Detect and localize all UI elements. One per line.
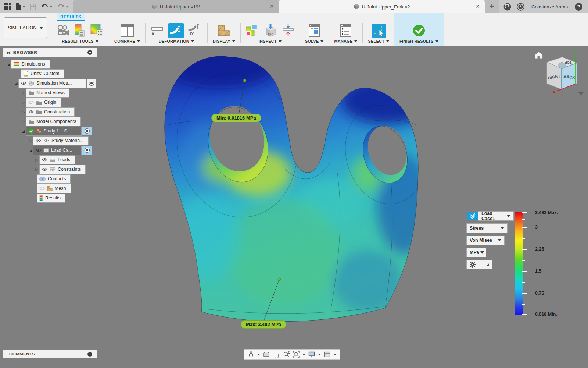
display-mesh-icon[interactable] [217,24,231,37]
tree-item-named-views[interactable]: Named Views [26,89,69,97]
visibility-off-eye-icon[interactable] [39,187,45,190]
group-label-compare[interactable]: COMPARE [114,39,140,43]
collapsed-arrow-icon[interactable]: ▷ [21,119,26,124]
min-stress-annotation[interactable]: Min: 0.01816 MPa [211,114,261,122]
zoom-icon[interactable] [283,351,290,358]
collapsed-arrow-icon[interactable]: ▷ [21,100,26,105]
compare-icon[interactable] [120,24,134,37]
tree-item-model-components[interactable]: Model Components [26,117,80,126]
look-at-icon[interactable] [263,351,270,358]
tree-item-construction[interactable]: Construction [26,108,74,116]
panel-grip[interactable] [94,50,95,55]
tab-close-icon[interactable]: ✕ [270,3,274,9]
tree-item-simulations[interactable]: Simulations [11,60,50,68]
display-settings-icon[interactable] [308,351,315,358]
activate-radio-selected[interactable] [82,146,92,155]
inspect-result-display-icon[interactable] [246,24,259,37]
user-name[interactable]: Constanze Arens [530,4,569,10]
notification-clock-icon[interactable] [517,3,524,11]
app-grid-icon[interactable] [4,3,11,10]
file-menu-button[interactable] [15,3,25,10]
contour-settings-icon[interactable] [90,24,104,37]
group-label-inspect[interactable]: INSPECT [259,39,282,43]
collapsed-arrow-icon[interactable]: ▷ [21,91,26,95]
expand-arrow-icon[interactable]: ◢ [6,62,11,66]
result-type-dropdown[interactable]: Stress [467,224,507,233]
legend-settings-button[interactable]: ◢ [467,260,492,269]
view-cube-body[interactable]: TOP RIGHT BACK [547,57,577,89]
tab-close-icon[interactable]: ✕ [476,3,480,9]
save-icon[interactable] [30,4,36,10]
panel-grip[interactable] [94,352,95,357]
tab-results[interactable]: RESULTS [57,13,85,21]
grid-menu-caret[interactable] [333,354,336,355]
group-label-deformation[interactable]: DEFORMATION [159,39,194,43]
orbit-menu-caret[interactable] [257,354,260,355]
fit-menu-caret[interactable] [302,354,305,355]
inspect-probe-icon[interactable]: xyz [263,24,277,38]
select-icon[interactable] [371,23,386,38]
tree-item-study1[interactable]: Study 1 – S... [26,127,81,135]
redo-caret[interactable] [66,6,69,8]
visibility-off-eye-icon[interactable] [28,100,34,104]
collapsed-arrow-icon[interactable]: ▷ [34,167,40,172]
pan-icon[interactable] [273,351,280,358]
viewcube-menu-caret[interactable] [578,91,584,95]
help-icon[interactable]: ? [575,3,582,11]
group-label-finish-results[interactable]: FINISH RESULTS [399,39,438,43]
expand-arrow-icon[interactable]: ◢ [13,81,19,85]
comments-bar[interactable]: COMMENTS [3,350,97,358]
visibility-eye-icon[interactable] [36,139,41,142]
document-tab-ujoint-upper[interactable]: U-Joint Upper v19* ✕ [73,0,279,13]
job-status-icon[interactable] [503,3,511,11]
tree-item-units[interactable]: Units: Custom [21,70,64,78]
tree-item-origin[interactable]: Origin [26,98,61,107]
workspace-switcher[interactable]: SIMULATION [4,17,47,38]
collapsed-arrow-icon[interactable]: ▷ [34,158,40,162]
visibility-eye-icon[interactable] [28,110,34,114]
expand-arrow-icon[interactable]: ◢ [28,148,33,152]
tree-item-simulation-model[interactable]: Simulation Mou... [19,79,86,88]
visibility-eye-icon[interactable] [42,167,47,171]
activate-radio-selected[interactable] [82,127,92,135]
deformation-scaled-icon[interactable]: 1X [188,24,202,37]
orbit-icon[interactable] [247,351,255,358]
tree-item-contacts[interactable]: Contacts [37,175,70,183]
fit-view-icon[interactable] [293,351,300,358]
collapse-panel-icon[interactable]: ◀◀ [6,51,10,54]
add-comment-icon[interactable] [87,352,92,357]
component-dropdown[interactable]: Von Mises [467,236,504,245]
collapsed-arrow-icon[interactable]: ▷ [28,138,33,143]
visibility-eye-icon[interactable] [42,158,47,162]
collapsed-arrow-icon[interactable]: ▷ [21,110,26,114]
grid-settings-icon[interactable] [323,351,331,358]
solve-icon[interactable] [308,24,320,38]
tree-item-study-materials[interactable]: Study Materia... [33,137,88,145]
visibility-eye-icon[interactable] [21,81,26,85]
group-label-result-tools[interactable]: RESULT TOOLS [62,39,98,43]
3d-viewport[interactable]: Min: 0.01816 MPa Max: 3.482 MPa ◀◀ BROWS… [0,46,588,368]
display-menu-caret[interactable] [318,354,321,355]
legend-options-icon[interactable] [74,24,86,37]
group-label-display[interactable]: DISPLAY [213,39,235,43]
tree-item-constraints[interactable]: Constraints [40,165,85,174]
group-label-manage[interactable]: MANAGE [334,39,357,43]
max-stress-annotation[interactable]: Max: 3.482 MPa [241,320,286,329]
unit-dropdown[interactable]: MPa [467,248,486,257]
group-label-solve[interactable]: SOLVE [305,39,323,43]
new-tab-button[interactable]: + [485,0,499,13]
tree-item-loads[interactable]: Loads [40,156,75,164]
tree-item-mesh[interactable]: Mesh [37,184,71,193]
document-tab-ujoint-upper-fork[interactable]: U-Joint Upper_Fork v2 ✕ [279,0,485,13]
manage-icon[interactable] [340,24,352,38]
group-label-select[interactable]: SELECT [368,39,389,43]
inspect-reactions-icon[interactable] [282,24,294,38]
undo-caret[interactable] [50,6,53,8]
redo-button[interactable] [57,4,69,10]
undo-button[interactable] [41,4,53,10]
deformation-actual-icon[interactable]: 0 [151,24,164,37]
home-view-icon[interactable] [535,52,542,59]
deformation-adjusted-icon-selected[interactable] [168,23,184,38]
animate-results-icon[interactable] [57,25,70,36]
expand-arrow-icon[interactable]: ◢ [21,129,26,133]
